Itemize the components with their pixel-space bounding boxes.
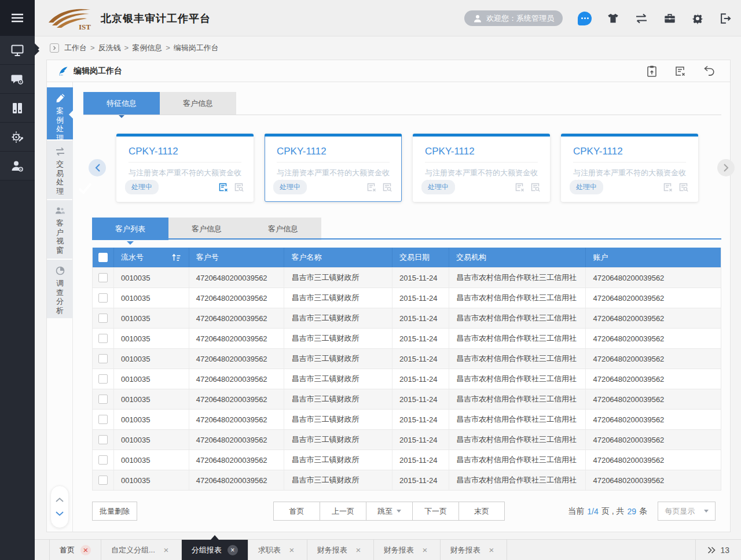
column-header[interactable]: 交易机构 xyxy=(449,248,586,267)
feature-tab[interactable]: 特征信息 xyxy=(83,92,160,115)
table-row[interactable]: 0010035 47206480200039562 昌吉市三工镇财政所 2015… xyxy=(93,349,721,369)
row-checkbox[interactable] xyxy=(98,354,108,363)
undo-icon[interactable] xyxy=(703,65,715,76)
card-remove-doc-icon[interactable] xyxy=(515,182,524,192)
logout-icon[interactable] xyxy=(719,12,732,25)
settings-icon[interactable] xyxy=(691,12,704,25)
scroll-up-icon[interactable] xyxy=(56,498,64,502)
column-header[interactable]: 账户 xyxy=(586,248,721,267)
column-header[interactable]: 交易日期 xyxy=(392,248,449,267)
sidebar-item-settings[interactable] xyxy=(0,123,35,152)
cell-customer-name: 昌吉市三工镇财政所 xyxy=(284,389,392,409)
messages-icon[interactable] xyxy=(578,12,592,25)
bottom-tab[interactable]: 财务报表 × xyxy=(307,540,374,560)
close-tab-icon[interactable]: × xyxy=(287,545,297,555)
card-view-doc-icon[interactable] xyxy=(530,182,540,192)
table-row[interactable]: 0010035 47206480200039562 昌吉市三工镇财政所 2015… xyxy=(93,430,721,450)
theme-shirt-icon[interactable] xyxy=(607,12,619,25)
close-tab-icon[interactable]: × xyxy=(161,545,171,555)
select-all-checkbox[interactable] xyxy=(98,253,108,262)
customer-tab[interactable]: 客户列表 xyxy=(92,218,168,240)
feature-tab[interactable]: 客户信息 xyxy=(160,92,236,115)
vertical-tab[interactable]: 客户视窗 xyxy=(47,200,73,259)
row-checkbox[interactable] xyxy=(98,415,108,424)
card-view-doc-icon[interactable] xyxy=(678,182,688,192)
case-card[interactable]: CPKY-1112 与注册资本严重不符的大额资金收付 处理中 xyxy=(413,134,550,202)
table-row[interactable]: 0010035 47206480200039562 昌吉市三工镇财政所 2015… xyxy=(93,389,721,410)
transfer-icon[interactable] xyxy=(634,13,648,24)
scroll-down-icon[interactable] xyxy=(56,511,64,516)
table-row[interactable]: 0010035 47206480200039562 昌吉市三工镇财政所 2015… xyxy=(93,369,721,389)
bottom-tab[interactable]: 分组报表 × xyxy=(182,540,248,560)
sidebar-item-workbench[interactable] xyxy=(0,36,35,65)
table-row[interactable]: 0010035 47206480200039562 昌吉市三工镇财政所 2015… xyxy=(93,410,721,430)
close-tab-icon[interactable]: × xyxy=(486,545,497,555)
bottom-tab[interactable]: 财务报表 × xyxy=(441,540,507,560)
close-tab-icon[interactable]: × xyxy=(228,545,238,555)
row-checkbox[interactable] xyxy=(98,476,108,485)
vertical-tab[interactable]: 案例处理 xyxy=(47,87,73,139)
row-checkbox[interactable] xyxy=(98,314,108,323)
close-tab-icon[interactable]: × xyxy=(420,545,430,555)
table-row[interactable]: 0010035 47206480200039562 昌吉市三工镇财政所 2015… xyxy=(93,329,721,349)
card-remove-doc-icon[interactable] xyxy=(663,182,673,192)
case-card[interactable]: CPKY-1112 与注册资本严重不符的大额资金收付 处理中 xyxy=(561,134,698,202)
per-page-select[interactable]: 每页显示 xyxy=(658,502,716,521)
sidebar-item-archive[interactable] xyxy=(0,94,35,123)
bottom-tab[interactable]: 求职表 × xyxy=(248,540,307,560)
carousel-prev-button[interactable] xyxy=(89,159,106,176)
close-tab-icon[interactable]: × xyxy=(353,545,364,555)
card-view-doc-icon[interactable] xyxy=(234,182,244,192)
breadcrumb-item[interactable]: 编辑岗工作台> xyxy=(174,43,219,53)
remove-doc-icon[interactable] xyxy=(674,65,686,77)
row-checkbox[interactable] xyxy=(98,273,108,282)
row-checkbox[interactable] xyxy=(98,455,108,465)
briefcase-icon[interactable] xyxy=(663,12,676,25)
row-checkbox[interactable] xyxy=(98,334,108,343)
table-row[interactable]: 0010035 47206480200039562 昌吉市三工镇财政所 2015… xyxy=(93,268,721,288)
prev-page-button[interactable]: 上一页 xyxy=(320,502,366,521)
card-view-doc-icon[interactable] xyxy=(382,182,392,192)
close-tab-icon[interactable]: × xyxy=(80,545,91,555)
sort-icon[interactable] xyxy=(172,253,181,261)
bottom-tab[interactable]: 首页 × xyxy=(49,540,101,560)
card-remove-doc-icon[interactable] xyxy=(366,182,376,192)
customer-tab[interactable]: 客户信息 xyxy=(168,218,245,240)
row-checkbox[interactable] xyxy=(98,293,108,303)
row-checkbox[interactable] xyxy=(98,395,108,404)
user-welcome-pill[interactable]: 欢迎您：系统管理员 xyxy=(464,10,563,26)
clipboard-import-icon[interactable] xyxy=(647,65,657,77)
case-card[interactable]: CPKY-1112 与注册资本严重不符的大额资金收付 处理中 xyxy=(116,134,254,202)
menu-toggle-button[interactable] xyxy=(0,0,35,36)
feature-tabs: 特征信息客户信息 xyxy=(83,92,236,115)
breadcrumb-chevron-icon[interactable] xyxy=(50,43,59,53)
row-checkbox[interactable] xyxy=(98,374,108,384)
table-row[interactable]: 0010035 47206480200039562 昌吉市三工镇财政所 2015… xyxy=(93,308,721,329)
jump-to-button[interactable]: 跳至 xyxy=(366,502,412,521)
breadcrumb-item[interactable]: 反洗钱> xyxy=(98,43,129,53)
bottom-tab[interactable]: 财务报表 × xyxy=(374,540,441,560)
vertical-tab[interactable]: 调查分析 xyxy=(47,260,73,318)
case-card[interactable]: CPKY-1112 与注册资本严重不符的大额资金收付 处理中 xyxy=(265,134,402,202)
next-page-button[interactable]: 下一页 xyxy=(412,502,458,521)
carousel-next-button[interactable] xyxy=(717,159,735,176)
column-header[interactable]: 客户号 xyxy=(189,248,285,267)
table-row[interactable]: 0010035 47206480200039562 昌吉市三工镇财政所 2015… xyxy=(93,288,721,308)
batch-delete-button[interactable]: 批量删除 xyxy=(92,502,137,521)
card-remove-doc-icon[interactable] xyxy=(218,182,228,192)
column-header[interactable]: 流水号 xyxy=(121,252,144,263)
vertical-tab[interactable]: 交易处理 xyxy=(47,141,73,199)
bottom-tab[interactable]: 自定义分组... × xyxy=(101,540,182,560)
tab-overflow-button[interactable]: 13 xyxy=(695,540,741,560)
sidebar-item-users[interactable] xyxy=(0,152,35,180)
first-page-button[interactable]: 首页 xyxy=(273,502,320,521)
customer-tab[interactable]: 客户信息 xyxy=(245,218,321,240)
table-row[interactable]: 0010035 47206480200039562 昌吉市三工镇财政所 2015… xyxy=(93,470,721,491)
breadcrumb-item[interactable]: 工作台> xyxy=(64,43,95,53)
table-row[interactable]: 0010035 47206480200039562 昌吉市三工镇财政所 2015… xyxy=(93,450,721,470)
row-checkbox[interactable] xyxy=(98,435,108,444)
last-page-button[interactable]: 末页 xyxy=(458,502,505,521)
sidebar-item-messages[interactable] xyxy=(0,65,35,94)
breadcrumb-item[interactable]: 案例信息> xyxy=(132,43,170,53)
column-header[interactable]: 客户名称 xyxy=(284,248,392,267)
